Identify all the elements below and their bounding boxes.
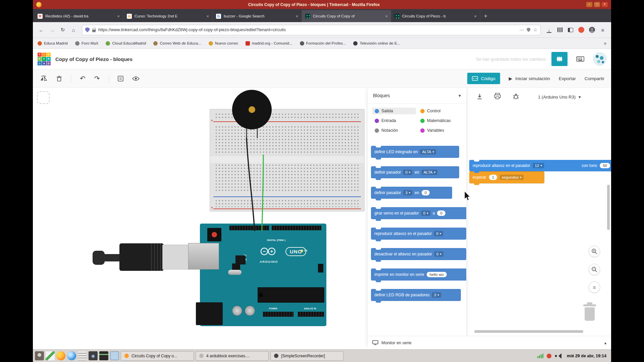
tab-close-icon[interactable]: × xyxy=(117,14,120,19)
horizontal-scrollbar[interactable] xyxy=(474,330,583,333)
block-dropdown[interactable]: ALTA▾ xyxy=(420,149,436,155)
blocks-mode-dropdown[interactable]: Bloques ▾ xyxy=(368,88,466,104)
maximize-button[interactable]: □ xyxy=(594,2,600,7)
components-toggle-button[interactable] xyxy=(551,52,568,66)
sidebar-button[interactable] xyxy=(566,25,576,35)
digital-header-pins[interactable] xyxy=(229,226,269,230)
tab-close-icon[interactable]: × xyxy=(474,14,477,19)
workspace-trash-button[interactable] xyxy=(582,302,597,322)
network-signal-icon[interactable] xyxy=(537,354,543,358)
tab-tinkercad-active[interactable]: Circuits Copy of Copy of × xyxy=(302,10,391,22)
palette-block-girar-servo[interactable]: girar servo en el pasador 0▾ a 0 xyxy=(371,207,466,219)
category-entrada[interactable]: Entrada xyxy=(372,117,416,124)
tab-close-icon[interactable]: × xyxy=(296,14,298,19)
block-value[interactable]: 0 xyxy=(422,190,430,195)
launcher-browser-icon[interactable] xyxy=(67,351,76,360)
launcher-terminal-icon[interactable] xyxy=(99,351,108,360)
bookmark-correo-web[interactable]: Correo Web de Educa... xyxy=(153,41,201,46)
redo-button[interactable]: ↷ xyxy=(94,74,100,82)
block-dropdown[interactable]: 3▾ xyxy=(403,190,412,195)
vertical-scrollbar[interactable] xyxy=(607,185,610,230)
palette-block-imprimir-monitor[interactable]: imprimir en monitor en serie hello wo xyxy=(371,268,466,281)
launcher-viewer-icon[interactable] xyxy=(110,351,119,360)
taskbar-window-ardublock[interactable]: 4 ardublock exercises.... xyxy=(196,351,269,361)
tab-moodle-course[interactable]: m Curso: Technology 2nd E × xyxy=(123,10,213,22)
bookmark-star-icon[interactable]: ☆ xyxy=(533,27,537,33)
palette-block-definir-pasador-alta[interactable]: definir pasador 0▾ en ALTA▾ xyxy=(371,166,459,178)
block-unit-dropdown[interactable]: segundos▾ xyxy=(500,175,523,180)
url-bar[interactable]: https://www.tinkercad.com/things/8aFdhKd… xyxy=(82,25,541,35)
board-selector-dropdown[interactable]: 1 (Arduino Uno R3) ▾ xyxy=(538,95,581,100)
bookmarks-overflow-button[interactable]: » xyxy=(604,41,606,46)
user-avatar[interactable] xyxy=(593,52,606,66)
fit-view-button[interactable] xyxy=(37,91,50,104)
palette-block-reproducir-altavoz[interactable]: reproducir altavoz en el pasador 0▾ xyxy=(371,228,466,240)
tab-tinkercad-piezo[interactable]: Circuits Copy of Piezo - b × xyxy=(391,10,480,22)
new-tab-button[interactable]: + xyxy=(480,10,491,22)
tab-close-icon[interactable]: × xyxy=(206,14,209,19)
print-button[interactable] xyxy=(494,93,501,101)
bookmark-television[interactable]: Televisión online de E... xyxy=(353,41,400,46)
palette-block-led-integrado[interactable]: definir LED integrado en ALTA▾ xyxy=(371,146,459,158)
block-dropdown[interactable]: 0▾ xyxy=(403,170,412,175)
keyboard-view-button[interactable] xyxy=(572,52,588,66)
back-button[interactable]: ← xyxy=(36,25,46,35)
rotate-button[interactable] xyxy=(40,75,48,82)
tidy-blocks-button[interactable]: = xyxy=(589,282,600,293)
zoom-out-button[interactable] xyxy=(589,264,600,275)
debug-button[interactable] xyxy=(513,93,519,101)
block-value[interactable]: 50 xyxy=(600,163,610,168)
block-dropdown[interactable]: ALTA▾ xyxy=(422,170,438,175)
block-value[interactable]: hello wo xyxy=(427,272,447,277)
code-button[interactable]: Código xyxy=(467,73,500,84)
tab-google-search[interactable]: G buzzer - Google Search × xyxy=(213,10,302,22)
usb-cable[interactable] xyxy=(102,254,121,261)
annotation-button[interactable] xyxy=(118,76,123,81)
taskbar-window-circuits[interactable]: Circuits Copy of Copy o... xyxy=(121,351,194,361)
block-value[interactable]: 1 xyxy=(489,175,497,180)
page-actions-icon[interactable]: ⋯ xyxy=(519,27,524,33)
reset-button[interactable] xyxy=(207,228,221,241)
zoom-in-button[interactable] xyxy=(589,246,600,257)
bookmark-formacion[interactable]: Formación del Profes... xyxy=(300,41,346,46)
block-dropdown[interactable]: 0▾ xyxy=(434,231,443,236)
analog-header-pins[interactable] xyxy=(298,312,324,317)
library-button[interactable] xyxy=(555,25,565,35)
breadboard[interactable]: + + xyxy=(210,109,365,212)
collapse-arrow-icon[interactable]: ▴ xyxy=(604,340,606,345)
url-text[interactable]: https://www.tinkercad.com/things/8aFdhKd… xyxy=(98,27,517,32)
download-code-button[interactable] xyxy=(476,93,483,102)
launcher-icon-2[interactable] xyxy=(46,351,55,360)
block-dropdown[interactable]: 3▾ xyxy=(432,292,441,298)
tinkercad-logo[interactable]: TIN KER CAD xyxy=(38,53,51,66)
palette-block-definir-pasador-valor[interactable]: definir pasador 3▾ en 0 xyxy=(371,187,452,199)
bookmark-educa-madrid[interactable]: Educa Madrid xyxy=(38,41,68,46)
serial-monitor-bar[interactable]: Monitor en serie ▴ xyxy=(368,336,611,349)
document-title[interactable]: Copy of Copy of Piezo - bloques xyxy=(55,56,132,62)
block-value[interactable]: 0 xyxy=(437,210,445,216)
arduino-uno-board[interactable]: DIGITAL (PWM~) TX RX UNO ARDUINO ON POWE… xyxy=(200,224,326,326)
undo-button[interactable]: ↶ xyxy=(80,74,86,82)
digital-header-pins[interactable] xyxy=(272,226,321,230)
workspace-block-reproducir-altavoz[interactable]: reproducir altavoz en el pasador 12▾ con… xyxy=(469,160,611,171)
bookmark-foro-max[interactable]: Foro MaX xyxy=(75,41,99,46)
volume-icon[interactable] xyxy=(555,353,561,359)
export-button[interactable]: Exportar xyxy=(559,76,576,81)
category-control[interactable]: Control xyxy=(418,108,462,114)
permissions-icon[interactable] xyxy=(527,28,530,32)
category-variables[interactable]: Variables xyxy=(418,127,462,134)
block-dropdown[interactable]: 0▾ xyxy=(421,210,430,216)
menu-button[interactable]: ≡ xyxy=(598,25,608,35)
share-button[interactable]: Compartir xyxy=(585,76,604,81)
home-button[interactable]: ⌂ xyxy=(68,25,78,35)
launcher-icon-1[interactable] xyxy=(35,351,44,360)
category-notacion[interactable]: Notación xyxy=(372,127,416,134)
taskbar-window-screenrecorder[interactable]: [SimpleScreenRecorder] xyxy=(270,351,343,361)
recording-indicator-icon[interactable] xyxy=(547,354,551,358)
category-salida[interactable]: Salida xyxy=(372,108,416,114)
delete-button[interactable] xyxy=(56,75,62,82)
forward-button[interactable]: → xyxy=(47,25,57,35)
close-button[interactable]: × xyxy=(602,2,608,7)
launcher-files-icon[interactable] xyxy=(78,351,87,360)
taskbar-clock[interactable]: mié 29 de abr, 19:14 xyxy=(564,354,609,358)
